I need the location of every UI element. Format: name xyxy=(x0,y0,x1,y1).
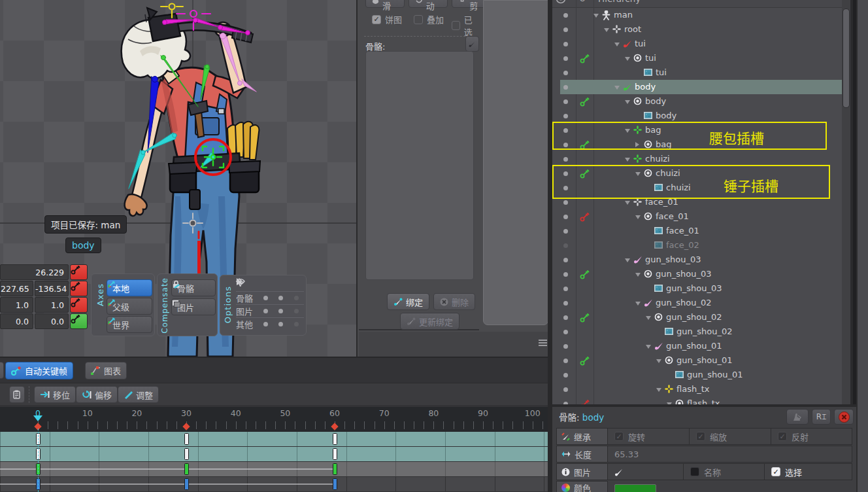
visibility-dot[interactable] xyxy=(563,359,568,363)
tree-row-face_02[interactable]: face_02 xyxy=(552,238,850,253)
graph-button[interactable]: 图表 xyxy=(85,362,127,379)
visibility-dot[interactable] xyxy=(563,301,568,306)
expand-arrow[interactable] xyxy=(625,158,630,162)
shear-x-field[interactable]: 0.0 xyxy=(0,313,33,329)
copy-button[interactable] xyxy=(9,386,25,403)
expand-arrow[interactable] xyxy=(646,345,651,349)
tree-row-gun_shou_03[interactable]: gun_shou_03 xyxy=(552,253,850,267)
visibility-dot[interactable] xyxy=(563,315,568,320)
bind-button[interactable]: 绑定 xyxy=(387,293,429,310)
viewport[interactable]: 项目已保存: man body 26.229 227.65 -136.54 1.… xyxy=(0,0,356,357)
rename-button[interactable]: R⌶ xyxy=(812,409,831,425)
expand-arrow[interactable] xyxy=(646,316,651,320)
tree-row-gun_shou_02[interactable]: gun_shou_02 xyxy=(552,325,850,339)
autokey-button[interactable]: 自动关键帧 xyxy=(5,362,73,379)
checkbox-checked-disabled[interactable]: ✓ xyxy=(778,432,787,441)
translate-y-field[interactable]: -136.54 xyxy=(35,281,69,296)
weights-checkbox-selected[interactable]: 已选 xyxy=(452,13,479,38)
visibility-dot[interactable] xyxy=(563,243,568,248)
keyframe[interactable] xyxy=(333,478,337,490)
tree-row-man[interactable]: man xyxy=(552,8,850,22)
tree-row-gun_shou_01[interactable]: gun_shou_01 xyxy=(552,339,850,353)
tree-row-body[interactable]: body xyxy=(552,80,850,94)
scale-key-button[interactable] xyxy=(70,297,88,313)
weights-smooth-button[interactable]: 平滑 xyxy=(365,0,405,8)
weights-checkbox-overlay[interactable]: 叠加 xyxy=(414,13,444,26)
weights-checkbox-pie[interactable]: ✓饼图 xyxy=(372,13,402,26)
visibility-dot[interactable] xyxy=(563,114,568,118)
keyframe[interactable] xyxy=(333,433,337,445)
expand-arrow[interactable] xyxy=(593,14,599,18)
playhead-handle[interactable] xyxy=(33,415,42,421)
visibility-dot[interactable] xyxy=(563,229,568,234)
tree-row-flash_tx[interactable]: flash_tx xyxy=(552,396,850,404)
bound-bones-list[interactable] xyxy=(365,51,474,280)
visibility-dot[interactable] xyxy=(563,85,568,90)
tree-scrollbar-thumb[interactable] xyxy=(843,9,850,108)
option-toggle-dot[interactable] xyxy=(278,296,283,300)
visibility-dot[interactable] xyxy=(563,99,568,104)
visibility-dot[interactable] xyxy=(563,42,568,46)
visibility-dot[interactable] xyxy=(563,71,568,75)
weights-auto-button[interactable]: 自动 xyxy=(409,0,448,8)
axes-button-2[interactable]: 世界 xyxy=(107,316,152,333)
visibility-dot[interactable] xyxy=(563,157,568,162)
remove-button[interactable]: 删除 xyxy=(433,293,475,310)
option-toggle-dot[interactable] xyxy=(294,296,299,300)
visibility-dot[interactable] xyxy=(563,287,568,291)
timeline-track-row[interactable] xyxy=(0,462,548,476)
timeline-track-row[interactable] xyxy=(0,447,548,461)
tree-row-face_01[interactable]: face_01 xyxy=(552,224,850,238)
timeline-track-row[interactable] xyxy=(0,432,548,446)
visibility-dot[interactable] xyxy=(563,27,568,32)
shear-y-field[interactable]: 0.0 xyxy=(35,313,69,329)
visibility-dot[interactable] xyxy=(563,200,568,205)
tree-row-gun_shou_03[interactable]: gun_shou_03 xyxy=(552,281,850,296)
translate-x-field[interactable]: 227.65 xyxy=(0,281,33,296)
inherit-scale-option[interactable]: ✓ 缩放 xyxy=(690,428,771,445)
adjust-button[interactable]: 调整 xyxy=(118,386,159,403)
expand-arrow[interactable] xyxy=(625,258,630,262)
bone-filter-button[interactable] xyxy=(465,36,479,52)
expand-arrow[interactable] xyxy=(614,86,620,90)
keyframe[interactable] xyxy=(184,478,189,490)
tree-row-tui[interactable]: tui xyxy=(552,37,850,51)
bone-color-swatch[interactable] xyxy=(614,484,656,492)
expand-arrow[interactable] xyxy=(625,100,630,104)
visibility-dot[interactable] xyxy=(563,56,568,61)
expand-arrow[interactable] xyxy=(625,201,630,205)
expand-arrow[interactable] xyxy=(635,215,641,219)
option-toggle-dot[interactable] xyxy=(263,322,268,326)
tree-row-face_01[interactable]: face_01 xyxy=(552,209,850,224)
expand-arrow[interactable] xyxy=(635,273,641,277)
tree-row-body[interactable]: body xyxy=(552,94,850,109)
keyframe[interactable] xyxy=(184,463,189,475)
tree-row-gun_shou_02[interactable]: gun_shou_02 xyxy=(552,310,850,325)
option-toggle-dot[interactable] xyxy=(294,322,299,326)
pose-button[interactable] xyxy=(786,409,809,425)
expand-arrow[interactable] xyxy=(604,28,609,32)
rotation-key-button[interactable] xyxy=(70,264,88,280)
tree-scrollbar[interactable] xyxy=(842,0,850,404)
expand-arrow[interactable] xyxy=(656,388,661,392)
option-toggle-dot[interactable] xyxy=(278,309,283,313)
axes-button-0[interactable]: 本地 xyxy=(107,279,152,296)
expand-arrow[interactable] xyxy=(625,57,630,61)
keyframe[interactable] xyxy=(184,448,189,460)
option-toggle-dot[interactable] xyxy=(263,309,268,313)
tree-row-gun_shou_01[interactable]: gun_shou_01 xyxy=(552,353,850,368)
checkbox-unchecked[interactable] xyxy=(690,467,699,476)
expand-arrow[interactable] xyxy=(656,359,661,363)
clipped-left-button[interactable] xyxy=(0,362,4,379)
tree-row-flash_tx[interactable]: flash_tx xyxy=(552,382,850,396)
option-toggle-dot[interactable] xyxy=(278,322,283,326)
visibility-dot[interactable] xyxy=(563,215,568,219)
keyframe[interactable] xyxy=(333,448,337,460)
rotation-field[interactable]: 26.229 xyxy=(0,264,69,280)
axes-button-1[interactable]: 父级 xyxy=(107,298,152,315)
offset-button[interactable]: 偏移 xyxy=(76,386,118,403)
update-bind-button[interactable]: 更新绑定 xyxy=(400,313,459,330)
checkbox-checked-disabled[interactable]: ✓ xyxy=(614,432,624,441)
checkbox-checked-disabled[interactable]: ✓ xyxy=(696,432,705,441)
timeline-ruler[interactable]: 0102030405060708090100 xyxy=(0,407,548,432)
